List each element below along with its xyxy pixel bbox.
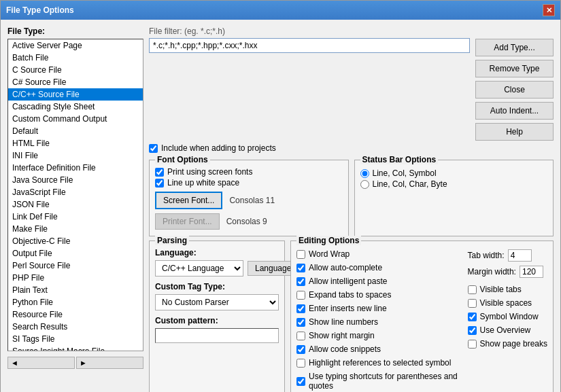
editing-checkbox[interactable] [468, 285, 477, 294]
close-button[interactable]: ✕ [543, 4, 555, 16]
status-radio-2[interactable] [360, 180, 369, 189]
file-list-item[interactable]: Plain Text [8, 284, 143, 296]
editing-checkbox-label: Expand tabs to spaces [309, 290, 391, 300]
status-bar-section: Status Bar Options Line, Col, Symbol Lin… [354, 160, 554, 236]
remove-type-button[interactable]: Remove Type [475, 60, 554, 77]
file-list-item[interactable]: PHP File [8, 272, 143, 284]
file-list-item[interactable]: Link Def File [8, 211, 143, 223]
file-type-label: File Type: [7, 26, 143, 36]
editing-checkbox[interactable] [296, 377, 305, 386]
line-up-whitespace-checkbox[interactable] [155, 179, 164, 188]
print-screen-fonts-checkbox[interactable] [155, 168, 164, 177]
file-list-item[interactable]: Custom Command Output [8, 113, 143, 125]
editing-checkbox-row: Visible tabs [468, 285, 547, 294]
editing-checkbox-label: Allow intelligent paste [309, 277, 387, 286]
include-checkbox[interactable] [149, 144, 158, 153]
status-radio-1[interactable] [360, 169, 369, 178]
file-list-item[interactable]: C# Source File [8, 76, 143, 88]
parsing-section: Parsing Language: C/C++ Language Languag… [149, 240, 285, 392]
editing-checkbox-row: Show right margin [296, 331, 461, 340]
add-type-button[interactable]: Add Type... [475, 39, 554, 56]
editing-checkbox-label: Highlight references to selected symbol [309, 358, 451, 368]
file-list-item[interactable]: Interface Definition File [8, 162, 143, 174]
screen-font-button[interactable]: Screen Font... [155, 192, 222, 209]
file-list-item[interactable]: Output File [8, 247, 143, 260]
editing-checkbox-row: Highlight references to selected symbol [296, 358, 461, 368]
editing-checkbox[interactable] [296, 291, 305, 300]
editing-checkbox[interactable] [296, 277, 305, 286]
file-type-options-dialog: File Type Options ✕ File Type: Active Se… [0, 0, 561, 392]
file-list-item[interactable]: C/C++ Source File [8, 88, 143, 101]
editing-checkbox-label: Show right margin [309, 331, 375, 340]
editing-checkbox-row: Enter inserts new line [296, 304, 461, 313]
file-type-list[interactable]: Active Server PageBatch FileC Source Fil… [7, 39, 143, 351]
list-nav-left[interactable]: ◄ [7, 357, 75, 369]
file-list-item[interactable]: Search Results [8, 321, 143, 333]
file-list-item[interactable]: Source Insight Macro File [8, 345, 143, 351]
editing-checkbox[interactable] [296, 345, 305, 354]
file-filter-input[interactable] [149, 38, 470, 53]
editing-checkbox[interactable] [296, 264, 305, 272]
file-list-item[interactable]: Objective-C File [8, 235, 143, 247]
custom-pattern-input[interactable] [155, 328, 279, 343]
file-list-item[interactable]: Java Source File [8, 174, 143, 186]
editing-checkbox-label: Show line numbers [309, 317, 378, 327]
include-checkbox-row: Include when adding to projects [149, 143, 554, 153]
file-list-item[interactable]: Cascading Style Sheet [8, 101, 143, 113]
editing-checkbox-label: Allow auto-complete [309, 263, 382, 272]
help-button[interactable]: Help [475, 123, 554, 141]
editing-checkbox-row: Word Wrap [296, 249, 461, 259]
editing-checkbox[interactable] [296, 304, 305, 313]
list-nav-right[interactable]: ► [76, 357, 143, 369]
file-list-item[interactable]: Default [8, 125, 143, 137]
dialog-title: File Type Options [6, 5, 74, 15]
editing-options-section: Editing Options Word WrapAllow auto-comp… [290, 240, 554, 392]
file-list-item[interactable]: Resource File [8, 308, 143, 321]
editing-checkbox-label: Allow code snippets [309, 344, 381, 354]
editing-checkbox-label: Enter inserts new line [309, 304, 387, 313]
font-options-section: Font Options Print using screen fonts Li… [149, 160, 349, 236]
file-list-item[interactable]: SI Tags File [8, 333, 143, 345]
editing-checkbox[interactable] [468, 340, 477, 349]
custom-tag-select[interactable]: No Custom Parser [155, 294, 279, 310]
editing-checkbox[interactable] [468, 299, 477, 308]
editing-checkbox-label: Show page breaks [480, 339, 547, 349]
file-list-item[interactable]: JavaScript File [8, 186, 143, 198]
editing-checkbox[interactable] [468, 313, 477, 321]
font-options-title: Font Options [155, 155, 210, 164]
file-list-item[interactable]: Python File [8, 296, 143, 308]
tab-width-label: Tab width: [468, 251, 505, 260]
editing-checkbox[interactable] [468, 326, 477, 335]
editing-checkbox-label: Use Overview [480, 325, 531, 335]
file-list-item[interactable]: INI File [8, 149, 143, 162]
printer-font-button[interactable]: Printer Font... [155, 213, 220, 230]
editing-checkbox[interactable] [296, 332, 305, 340]
tab-width-input[interactable] [508, 249, 532, 262]
close-dialog-button[interactable]: Close [475, 81, 554, 99]
parsing-title: Parsing [155, 236, 189, 245]
file-list-item[interactable]: Perl Source File [8, 260, 143, 272]
printer-font-name: Consolas 9 [226, 217, 267, 226]
file-list-item[interactable]: Batch File [8, 52, 143, 64]
file-list-item[interactable]: Active Server Page [8, 39, 143, 52]
custom-tag-label: Custom Tag Type: [155, 282, 279, 291]
editing-checkbox-label: Visible tabs [480, 285, 522, 294]
language-select[interactable]: C/C++ Language [155, 260, 243, 277]
editing-checkbox-label: Visible spaces [480, 298, 532, 308]
file-list-item[interactable]: C Source File [8, 64, 143, 76]
editing-checkbox-row: Show line numbers [296, 317, 461, 327]
auto-indent-button[interactable]: Auto Indent... [475, 102, 554, 120]
editing-checkbox[interactable] [296, 359, 305, 368]
editing-checkbox-row: Use Overview [468, 325, 547, 335]
editing-checkbox-row: Allow auto-complete [296, 263, 461, 272]
status-bar-title: Status Bar Options [360, 155, 439, 164]
margin-width-label: Margin width: [468, 267, 516, 277]
editing-checkbox[interactable] [296, 250, 305, 259]
file-list-item[interactable]: Make File [8, 223, 143, 235]
editing-checkbox-row: Allow code snippets [296, 344, 461, 354]
editing-checkbox[interactable] [296, 318, 305, 327]
custom-pattern-label: Custom pattern: [155, 316, 279, 325]
file-list-item[interactable]: HTML File [8, 137, 143, 149]
file-list-item[interactable]: JSON File [8, 198, 143, 211]
margin-width-input[interactable] [520, 266, 543, 278]
